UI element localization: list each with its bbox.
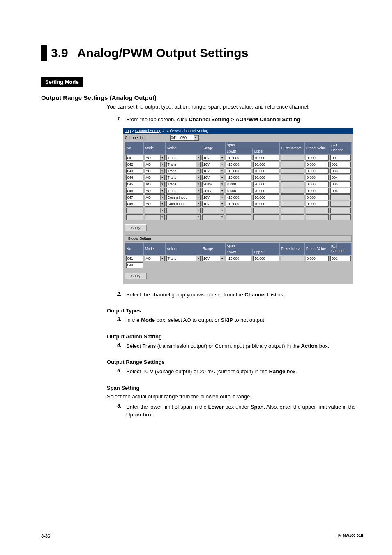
text-input[interactable]: 041: [126, 256, 143, 261]
text-input[interactable]: 10.000: [253, 201, 279, 207]
table-row: 045 AO▼ Trans▼ 20mA▼ 0.000 20.000 0.000 …: [125, 181, 352, 187]
dropdown[interactable]: Trans▼: [166, 175, 201, 180]
subhead-output-types: Output Types: [107, 308, 363, 314]
dropdown[interactable]: Comm.Input▼: [166, 194, 201, 200]
text-input[interactable]: 048: [126, 201, 143, 207]
chapter-heading-text: Analog/PWM Output Settings: [77, 46, 249, 60]
text-input: [226, 208, 251, 213]
dropdown[interactable]: Trans▼: [166, 188, 201, 194]
text-input[interactable]: 005: [330, 181, 350, 187]
text-input[interactable]: -10.000: [226, 162, 251, 167]
text-input: [330, 208, 350, 213]
text-input[interactable]: 003: [330, 168, 350, 174]
dropdown[interactable]: AO▼: [145, 256, 165, 261]
text-input[interactable]: -10.000: [226, 168, 251, 174]
dropdown[interactable]: AO▼: [145, 201, 165, 207]
text-input: [330, 201, 350, 207]
dropdown[interactable]: Trans▼: [166, 162, 201, 167]
text-input[interactable]: 046: [126, 188, 143, 194]
dropdown[interactable]: Trans▼: [166, 181, 201, 187]
text-input[interactable]: 044: [126, 175, 143, 180]
dropdown[interactable]: 10V▼: [202, 175, 224, 180]
text-input[interactable]: 047: [126, 194, 143, 200]
text-input[interactable]: 001: [330, 155, 350, 161]
text-input[interactable]: 0.000: [306, 188, 329, 194]
text-input[interactable]: 10.000: [253, 155, 279, 161]
text-input[interactable]: 20.000: [253, 188, 279, 194]
text-input[interactable]: 10.000: [253, 256, 279, 261]
header-lower: Lower: [225, 148, 252, 154]
channel-list-select[interactable]: 041 - 050 ▼: [170, 135, 199, 141]
breadcrumb-channel-setting[interactable]: Channel Setting: [135, 129, 161, 133]
text-input[interactable]: 043: [126, 168, 143, 174]
dropdown[interactable]: Trans▼: [166, 155, 201, 161]
dropdown[interactable]: Trans▼: [166, 256, 201, 261]
text-input[interactable]: 20.000: [253, 181, 279, 187]
chevron-down-icon: ▼: [196, 188, 200, 193]
header-mode: Mode: [144, 142, 166, 154]
text-input: [281, 175, 304, 180]
breadcrumb-top[interactable]: Top: [125, 129, 131, 133]
text-input: [226, 214, 251, 220]
chevron-down-icon: ▼: [220, 169, 224, 173]
text-input[interactable]: -10.000: [226, 155, 251, 161]
text-input[interactable]: 0.000: [306, 201, 329, 207]
dropdown[interactable]: 10V▼: [202, 168, 224, 174]
text-input[interactable]: 10.000: [253, 168, 279, 174]
dropdown[interactable]: AO▼: [145, 168, 165, 174]
step-text: From the top screen, click Channel Setti…: [126, 116, 363, 124]
dropdown: ▼: [202, 214, 224, 220]
text-input: [281, 168, 304, 174]
text-input[interactable]: 006: [330, 188, 350, 194]
text-input[interactable]: -10.000: [226, 201, 251, 207]
dropdown[interactable]: 20mA▼: [202, 188, 224, 194]
subhead-span-setting: Span Setting: [107, 385, 363, 391]
dropdown[interactable]: 10V▼: [202, 256, 224, 261]
apply-button[interactable]: Apply: [125, 224, 147, 231]
text-input[interactable]: 0.000: [226, 188, 251, 194]
text-input: [281, 162, 304, 167]
text-input: [306, 214, 329, 220]
dropdown[interactable]: 10V▼: [202, 194, 224, 200]
text-input[interactable]: 0.000: [306, 168, 329, 174]
text-input[interactable]: 001: [330, 256, 350, 261]
dropdown[interactable]: AO▼: [145, 188, 165, 194]
text-input[interactable]: 10.000: [253, 194, 279, 200]
text-input[interactable]: 002: [330, 162, 350, 167]
text-input[interactable]: -10.000: [226, 175, 251, 180]
dropdown[interactable]: AO▼: [145, 181, 165, 187]
text-input[interactable]: 004: [330, 175, 350, 180]
global-setting-bar[interactable]: Global Setting: [125, 235, 352, 242]
text-input[interactable]: 0.000: [306, 155, 329, 161]
text-input[interactable]: 10.000: [253, 162, 279, 167]
text-input[interactable]: 0.000: [306, 175, 329, 180]
dropdown[interactable]: Comm.Input▼: [166, 201, 201, 207]
text-input[interactable]: 0.000: [306, 194, 329, 200]
text-input[interactable]: 0.000: [306, 181, 329, 187]
dropdown[interactable]: AO▼: [145, 194, 165, 200]
dropdown[interactable]: 10V▼: [202, 155, 224, 161]
text-input[interactable]: 048: [126, 262, 143, 268]
apply-button-global[interactable]: Apply: [125, 273, 147, 279]
dropdown[interactable]: AO▼: [145, 162, 165, 167]
text-input[interactable]: 042: [126, 162, 143, 167]
chevron-down-icon: ▼: [220, 256, 224, 261]
dropdown[interactable]: 10V▼: [202, 201, 224, 207]
text-input[interactable]: 0.000: [306, 162, 329, 167]
text-input[interactable]: 0.000: [226, 181, 251, 187]
text-input: [253, 208, 279, 213]
dropdown[interactable]: AO▼: [145, 175, 165, 180]
text-input[interactable]: 10.000: [253, 175, 279, 180]
text-input[interactable]: -10.000: [226, 194, 251, 200]
chevron-down-icon: ▼: [194, 135, 198, 140]
dropdown[interactable]: Trans▼: [166, 168, 201, 174]
text-input[interactable]: 0.000: [306, 256, 329, 261]
step-number: 1.: [117, 116, 126, 124]
dropdown[interactable]: 20mA▼: [202, 181, 224, 187]
text-input[interactable]: 041: [126, 155, 143, 161]
dropdown[interactable]: 10V▼: [202, 162, 224, 167]
text-input[interactable]: 045: [126, 181, 143, 187]
dropdown[interactable]: AO▼: [145, 155, 165, 161]
span-intro: Select the actual output range from the …: [107, 393, 363, 400]
text-input[interactable]: -10.000: [226, 256, 251, 261]
